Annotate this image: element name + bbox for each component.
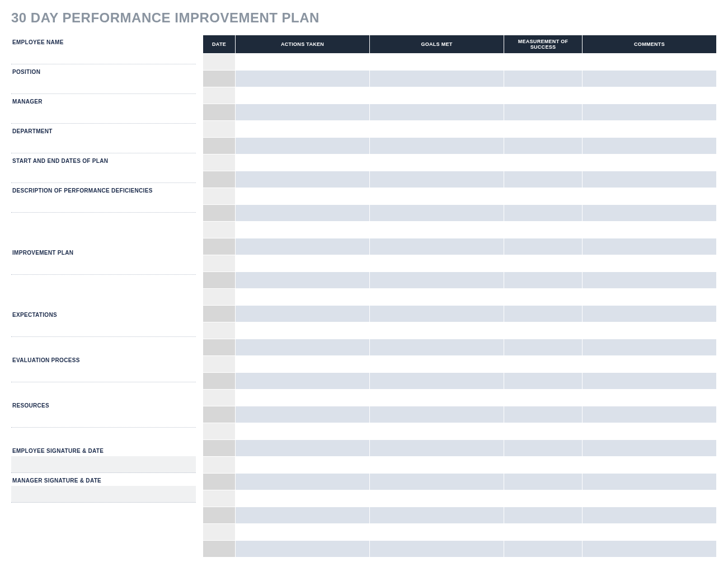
cell-comments[interactable]: [583, 306, 717, 322]
mgr-sig-field[interactable]: [11, 486, 196, 503]
cell-comments[interactable]: [583, 255, 717, 272]
cell-measure[interactable]: [504, 406, 583, 423]
cell-actions[interactable]: [236, 440, 370, 457]
cell-comments[interactable]: [583, 322, 717, 339]
cell-goals[interactable]: [370, 188, 504, 205]
cell-actions[interactable]: [236, 54, 370, 71]
cell-date[interactable]: [203, 171, 236, 188]
cell-measure[interactable]: [504, 289, 583, 306]
cell-actions[interactable]: [236, 104, 370, 121]
cell-goals[interactable]: [370, 222, 504, 238]
cell-comments[interactable]: [583, 390, 717, 406]
cell-comments[interactable]: [583, 289, 717, 306]
dates-field[interactable]: [11, 166, 196, 183]
cell-actions[interactable]: [236, 541, 370, 558]
cell-measure[interactable]: [504, 306, 583, 322]
cell-actions[interactable]: [236, 255, 370, 272]
cell-date[interactable]: [203, 138, 236, 154]
cell-measure[interactable]: [504, 541, 583, 558]
cell-date[interactable]: [203, 474, 236, 490]
cell-comments[interactable]: [583, 356, 717, 373]
cell-actions[interactable]: [236, 423, 370, 440]
cell-goals[interactable]: [370, 440, 504, 457]
cell-actions[interactable]: [236, 272, 370, 289]
cell-measure[interactable]: [504, 524, 583, 541]
cell-goals[interactable]: [370, 289, 504, 306]
position-field[interactable]: [11, 77, 196, 94]
cell-date[interactable]: [203, 272, 236, 289]
cell-goals[interactable]: [370, 373, 504, 390]
cell-goals[interactable]: [370, 54, 504, 71]
cell-date[interactable]: [203, 440, 236, 457]
manager-field[interactable]: [11, 107, 196, 124]
cell-actions[interactable]: [236, 406, 370, 423]
cell-date[interactable]: [203, 222, 236, 238]
cell-date[interactable]: [203, 490, 236, 507]
cell-goals[interactable]: [370, 322, 504, 339]
cell-goals[interactable]: [370, 390, 504, 406]
cell-actions[interactable]: [236, 339, 370, 356]
department-field[interactable]: [11, 137, 196, 153]
cell-measure[interactable]: [504, 87, 583, 104]
cell-date[interactable]: [203, 104, 236, 121]
improvement-plan-field[interactable]: [11, 258, 196, 275]
cell-goals[interactable]: [370, 87, 504, 104]
cell-date[interactable]: [203, 524, 236, 541]
cell-comments[interactable]: [583, 171, 717, 188]
cell-date[interactable]: [203, 356, 236, 373]
cell-measure[interactable]: [504, 138, 583, 154]
cell-comments[interactable]: [583, 222, 717, 238]
cell-goals[interactable]: [370, 104, 504, 121]
cell-actions[interactable]: [236, 71, 370, 87]
cell-measure[interactable]: [504, 440, 583, 457]
cell-goals[interactable]: [370, 490, 504, 507]
cell-measure[interactable]: [504, 373, 583, 390]
cell-comments[interactable]: [583, 188, 717, 205]
cell-measure[interactable]: [504, 474, 583, 490]
cell-measure[interactable]: [504, 71, 583, 87]
cell-goals[interactable]: [370, 356, 504, 373]
cell-date[interactable]: [203, 87, 236, 104]
cell-goals[interactable]: [370, 154, 504, 171]
cell-date[interactable]: [203, 507, 236, 524]
cell-measure[interactable]: [504, 205, 583, 222]
cell-actions[interactable]: [236, 154, 370, 171]
cell-date[interactable]: [203, 390, 236, 406]
cell-date[interactable]: [203, 457, 236, 474]
cell-date[interactable]: [203, 289, 236, 306]
cell-goals[interactable]: [370, 457, 504, 474]
cell-comments[interactable]: [583, 423, 717, 440]
cell-goals[interactable]: [370, 423, 504, 440]
cell-measure[interactable]: [504, 54, 583, 71]
cell-measure[interactable]: [504, 490, 583, 507]
cell-goals[interactable]: [370, 339, 504, 356]
resources-field[interactable]: [11, 411, 196, 428]
cell-actions[interactable]: [236, 373, 370, 390]
cell-actions[interactable]: [236, 474, 370, 490]
cell-comments[interactable]: [583, 272, 717, 289]
cell-date[interactable]: [203, 188, 236, 205]
cell-comments[interactable]: [583, 121, 717, 138]
cell-measure[interactable]: [504, 423, 583, 440]
cell-comments[interactable]: [583, 541, 717, 558]
cell-measure[interactable]: [504, 322, 583, 339]
cell-comments[interactable]: [583, 71, 717, 87]
expectations-field[interactable]: [11, 320, 196, 337]
cell-date[interactable]: [203, 306, 236, 322]
cell-actions[interactable]: [236, 87, 370, 104]
cell-measure[interactable]: [504, 390, 583, 406]
cell-measure[interactable]: [504, 222, 583, 238]
cell-goals[interactable]: [370, 238, 504, 255]
cell-actions[interactable]: [236, 121, 370, 138]
cell-measure[interactable]: [504, 339, 583, 356]
cell-date[interactable]: [203, 541, 236, 558]
cell-date[interactable]: [203, 238, 236, 255]
cell-comments[interactable]: [583, 406, 717, 423]
cell-actions[interactable]: [236, 524, 370, 541]
cell-date[interactable]: [203, 423, 236, 440]
cell-goals[interactable]: [370, 306, 504, 322]
cell-goals[interactable]: [370, 71, 504, 87]
cell-actions[interactable]: [236, 356, 370, 373]
cell-goals[interactable]: [370, 255, 504, 272]
cell-comments[interactable]: [583, 154, 717, 171]
